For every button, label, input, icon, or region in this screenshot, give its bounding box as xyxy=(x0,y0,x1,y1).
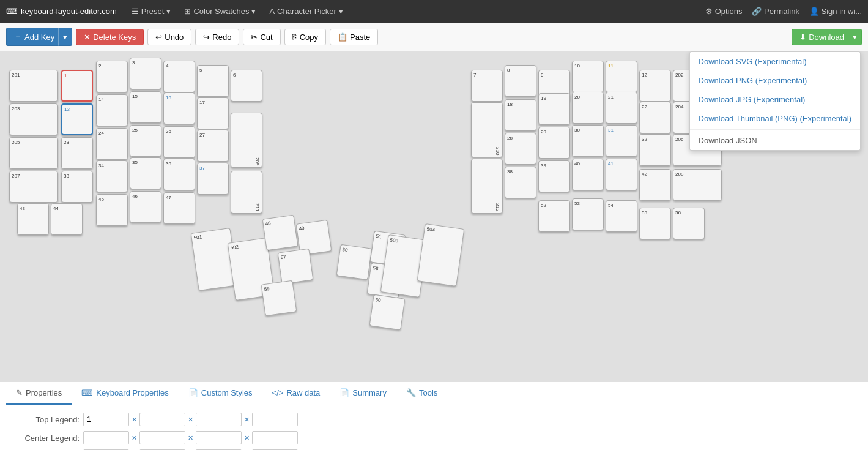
download-svg[interactable]: Download SVG (Experimental) xyxy=(690,52,860,71)
key-55[interactable]: 55 xyxy=(639,208,671,239)
key-11[interactable]: 11 xyxy=(606,61,637,92)
top-legend-input-3[interactable] xyxy=(196,413,242,426)
key-29[interactable]: 29 xyxy=(538,127,570,159)
top-legend-x-1[interactable]: ✕ xyxy=(132,416,137,424)
add-key-button[interactable]: ＋ Add Key xyxy=(6,28,58,46)
paste-button[interactable]: 📋 Paste xyxy=(330,29,378,45)
key-12[interactable]: 12 xyxy=(639,70,671,102)
key-36[interactable]: 36 xyxy=(163,159,195,190)
key-208[interactable]: 208 xyxy=(673,169,722,201)
key-28[interactable]: 28 xyxy=(505,133,536,165)
undo-button[interactable]: ↩ Undo xyxy=(147,29,191,45)
key-15[interactable]: 15 xyxy=(130,91,161,123)
key-19[interactable]: 19 xyxy=(538,93,570,125)
key-2[interactable]: 2 xyxy=(96,61,128,92)
download-jpg[interactable]: Download JPG (Experimental) xyxy=(690,90,860,109)
key-14[interactable]: 14 xyxy=(96,94,128,126)
key-38[interactable]: 38 xyxy=(505,167,536,198)
key-211[interactable]: 211 xyxy=(231,171,262,214)
key-205[interactable]: 205 xyxy=(9,137,58,169)
key-27[interactable]: 27 xyxy=(197,130,229,162)
key-25[interactable]: 25 xyxy=(130,125,161,157)
nav-preset[interactable]: ☰ Preset ▾ xyxy=(127,0,176,23)
key-20[interactable]: 20 xyxy=(572,92,604,124)
key-52[interactable]: 52 xyxy=(538,200,570,232)
permalink-link[interactable]: 🔗 Permalink xyxy=(752,7,799,16)
key-203[interactable]: 203 xyxy=(9,103,58,135)
redo-button[interactable]: ↪ Redo xyxy=(195,29,239,45)
tab-properties[interactable]: ✎ Properties xyxy=(6,382,72,405)
download-thumbnail[interactable]: Download Thumbnail (PNG) (Experimental) xyxy=(690,109,860,128)
key-45[interactable]: 45 xyxy=(96,194,128,226)
key-46[interactable]: 46 xyxy=(130,191,161,223)
center-legend-input-4[interactable] xyxy=(252,431,298,444)
center-legend-input-3[interactable] xyxy=(196,431,242,444)
top-legend-x-2[interactable]: ✕ xyxy=(188,416,193,424)
key-1[interactable]: 1 xyxy=(61,70,93,102)
top-legend-input-1[interactable] xyxy=(83,413,129,426)
key-209[interactable]: 209 xyxy=(231,113,262,168)
key-47[interactable]: 47 xyxy=(163,192,195,224)
top-legend-input-4[interactable] xyxy=(252,413,298,426)
key-42[interactable]: 42 xyxy=(639,169,671,201)
tab-keyboard-properties[interactable]: ⌨ Keyboard Properties xyxy=(72,382,179,405)
key-16[interactable]: 16 xyxy=(163,92,195,124)
key-37[interactable]: 37 xyxy=(197,163,229,195)
key-5[interactable]: 5 xyxy=(197,65,229,97)
key-48[interactable]: 48 xyxy=(262,215,299,251)
top-legend-input-2[interactable] xyxy=(139,413,185,426)
center-legend-input-1[interactable] xyxy=(83,431,129,444)
download-caret-button[interactable]: ▾ xyxy=(848,29,862,45)
key-31[interactable]: 31 xyxy=(606,125,637,157)
key-23[interactable]: 23 xyxy=(61,137,93,169)
key-39[interactable]: 39 xyxy=(538,160,570,192)
tab-raw-data[interactable]: </> Raw data xyxy=(262,382,330,405)
key-13[interactable]: 13 xyxy=(61,103,93,135)
key-504[interactable]: 504 xyxy=(417,223,465,287)
key-3[interactable]: 3 xyxy=(130,58,161,89)
key-43[interactable]: 43 xyxy=(17,203,49,235)
key-34[interactable]: 34 xyxy=(96,160,128,192)
key-24[interactable]: 24 xyxy=(96,128,128,160)
top-legend-x-3[interactable]: ✕ xyxy=(244,416,250,424)
key-10[interactable]: 10 xyxy=(572,61,604,92)
key-212[interactable]: 212 xyxy=(471,159,503,214)
add-key-dropdown-button[interactable]: ▾ xyxy=(58,28,72,46)
tab-tools[interactable]: 🔧 Tools xyxy=(396,382,447,405)
cut-button[interactable]: ✂ Cut xyxy=(243,29,280,45)
key-6[interactable]: 6 xyxy=(231,70,262,102)
download-png[interactable]: Download PNG (Experimental) xyxy=(690,71,860,90)
key-26[interactable]: 26 xyxy=(163,126,195,158)
nav-character-picker[interactable]: A Character Picker ▾ xyxy=(264,0,347,23)
key-17[interactable]: 17 xyxy=(197,97,229,129)
key-30[interactable]: 30 xyxy=(572,125,604,157)
key-54[interactable]: 54 xyxy=(606,200,637,232)
tab-summary[interactable]: 📄 Summary xyxy=(330,382,396,405)
delete-keys-button[interactable]: ✕ Delete Keys xyxy=(76,29,144,45)
key-7[interactable]: 7 xyxy=(471,70,503,102)
key-53[interactable]: 53 xyxy=(572,198,604,230)
key-207[interactable]: 207 xyxy=(9,171,58,203)
center-legend-x-3[interactable]: ✕ xyxy=(244,434,250,442)
download-button[interactable]: ⬇ Download xyxy=(792,29,848,45)
center-legend-x-2[interactable]: ✕ xyxy=(188,434,193,442)
key-60[interactable]: 60 xyxy=(369,294,406,331)
tab-custom-styles[interactable]: 📄 Custom Styles xyxy=(179,382,262,405)
key-21[interactable]: 21 xyxy=(606,92,637,124)
options-link[interactable]: ⚙ Options xyxy=(705,7,742,16)
key-59[interactable]: 59 xyxy=(261,280,297,317)
key-18[interactable]: 18 xyxy=(505,99,536,131)
key-41[interactable]: 41 xyxy=(606,159,637,190)
key-57[interactable]: 57 xyxy=(278,249,314,285)
key-32[interactable]: 32 xyxy=(639,134,671,166)
key-201[interactable]: 201 xyxy=(9,70,58,102)
center-legend-input-2[interactable] xyxy=(139,431,185,444)
nav-color-swatches[interactable]: ⊞ Color Swatches ▾ xyxy=(179,0,261,23)
keyboard-area[interactable]: 201 1 2 3 4 5 6 203 13 14 15 16 17 205 2… xyxy=(0,51,868,382)
key-33[interactable]: 33 xyxy=(61,171,93,203)
signin-link[interactable]: 👤 Sign in wi... xyxy=(809,7,862,16)
key-40[interactable]: 40 xyxy=(572,159,604,190)
key-8[interactable]: 8 xyxy=(505,65,536,97)
copy-button[interactable]: ⎘ Copy xyxy=(284,29,326,45)
key-50[interactable]: 50 xyxy=(336,244,373,280)
